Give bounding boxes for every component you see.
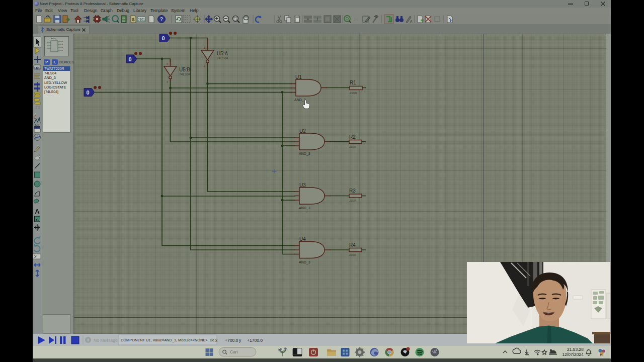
svg-text:1: 1 [204,46,205,49]
svg-text:Cari: Cari [230,349,238,354]
svg-text:R2: R2 [349,134,356,140]
svg-text:+700.0: +700.0 [225,338,238,343]
svg-text:0: 0 [86,89,89,96]
svg-text:x: x [215,338,218,343]
svg-text:AND_3: AND_3 [299,206,310,210]
svg-text:R3: R3 [349,188,356,194]
svg-text:U1: U1 [295,74,302,80]
svg-text:0: 0 [162,35,165,41]
svg-text:No Messages: No Messages [94,338,120,343]
svg-text:U4: U4 [299,236,306,242]
svg-text:21.53.28: 21.53.28 [567,347,584,352]
svg-text:R1: R1 [350,80,356,85]
svg-text:U5:B: U5:B [179,67,191,72]
svg-text:AND_3: AND_3 [299,152,310,156]
svg-text:U3: U3 [299,183,306,188]
svg-text:2: 2 [204,64,205,67]
svg-text:220R: 220R [350,92,357,95]
svg-text:74LS04: 74LS04 [179,72,191,76]
svg-text:+1700.0: +1700.0 [247,338,263,343]
svg-text:U5:A: U5:A [217,51,228,56]
svg-text:R4: R4 [349,242,356,248]
svg-text:y: y [239,338,242,343]
svg-text:PH: PH [600,353,604,356]
svg-text:0: 0 [128,56,131,62]
svg-text:220R: 220R [349,199,357,202]
svg-text:4: 4 [167,80,168,83]
svg-text:i: i [88,337,89,342]
svg-text:3: 3 [167,62,168,65]
svg-text:220R: 220R [349,253,357,256]
svg-text:U2: U2 [299,128,306,134]
svg-text:AND_3: AND_3 [299,260,310,264]
svg-text:12/07/2024: 12/07/2024 [562,352,584,357]
svg-text:AND_3: AND_3 [294,98,306,102]
svg-text:220R: 220R [349,145,357,148]
svg-text:COMPONENT U1, Value=AND_3, Mod: COMPONENT U1, Value=AND_3, Module=<NONE>… [121,338,214,342]
svg-text:74LS04: 74LS04 [217,56,228,60]
